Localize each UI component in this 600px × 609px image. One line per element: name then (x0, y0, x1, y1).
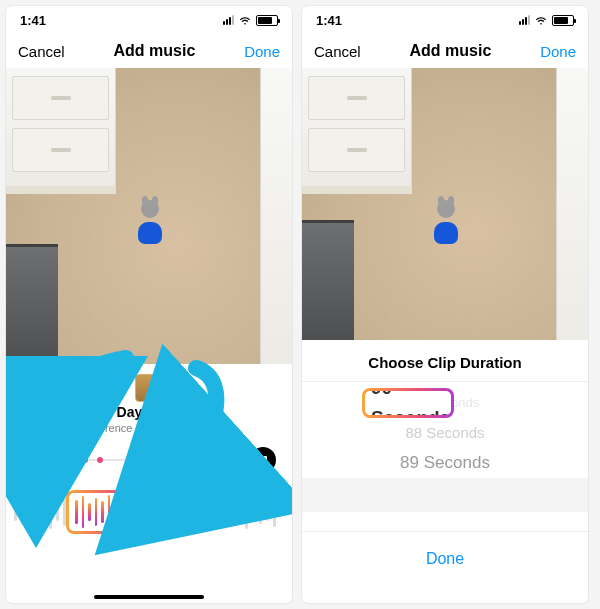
picker-option[interactable]: 88 Seconds (405, 418, 484, 448)
duration-label: 30 (30, 454, 42, 466)
album-art[interactable] (135, 374, 163, 402)
photo-preview (302, 68, 588, 340)
duration-button[interactable]: 30 (22, 446, 50, 474)
scrubber[interactable] (60, 453, 240, 467)
nav-bar: Cancel Add music Done (6, 34, 292, 68)
choose-duration-title: Choose Clip Duration (302, 340, 588, 381)
cellular-icon (519, 15, 530, 25)
nav-title: Add music (410, 42, 492, 60)
picker-option[interactable]: 89 Seconds (400, 448, 490, 478)
status-icons (223, 13, 278, 27)
song-artist: Florence + The Machine (90, 422, 209, 434)
duration-picker[interactable]: 87 Seconds 88 Seconds 89 Seconds 90 Seco… (302, 381, 588, 531)
song-title: Dog Days Are Over (85, 404, 212, 420)
battery-icon (256, 15, 278, 26)
picker-option-selected[interactable]: 90 Seconds (362, 388, 454, 418)
stop-button[interactable] (250, 447, 276, 473)
wifi-icon (534, 13, 548, 27)
done-button[interactable]: Done (244, 43, 280, 60)
photo-preview (6, 68, 292, 364)
pet-subject (132, 200, 168, 244)
picker-selection-band (302, 478, 588, 512)
home-indicator[interactable] (94, 595, 204, 599)
done-button[interactable]: Done (540, 43, 576, 60)
status-bar: 1:41 (6, 6, 292, 34)
phone-right: 1:41 Cancel Add music Done (302, 6, 588, 603)
cancel-button[interactable]: Cancel (18, 43, 65, 60)
status-icons (519, 13, 574, 27)
nav-bar: Cancel Add music Done (302, 34, 588, 68)
nav-title: Add music (114, 42, 196, 60)
picker-done-button[interactable]: Done (302, 531, 588, 586)
controls-row: 30 (6, 438, 292, 478)
status-time: 1:41 (316, 13, 342, 28)
battery-icon (552, 15, 574, 26)
selection-window[interactable] (66, 490, 158, 534)
pet-subject (428, 200, 464, 244)
music-info: Dog Days Are Over Florence + The Machine (6, 364, 292, 438)
cellular-icon (223, 15, 234, 25)
status-bar: 1:41 (302, 6, 588, 34)
wifi-icon (238, 13, 252, 27)
cancel-button[interactable]: Cancel (314, 43, 361, 60)
status-time: 1:41 (20, 13, 46, 28)
waveform[interactable] (6, 484, 292, 540)
phone-left: 1:41 Cancel Add music Done (6, 6, 292, 603)
